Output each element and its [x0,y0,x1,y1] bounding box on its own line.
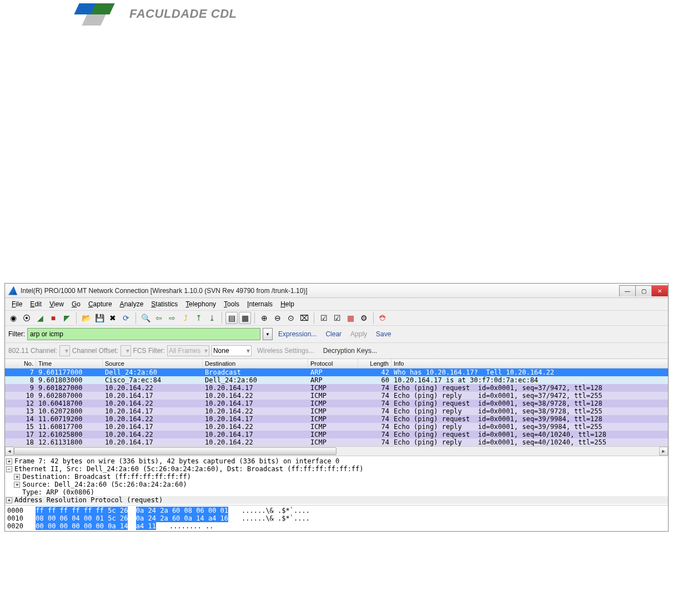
scroll-right-icon[interactable]: ► [659,447,668,456]
autoscroll-icon[interactable]: ▦ [239,312,251,324]
col-header-len[interactable]: Length [358,359,391,368]
start-capture-icon[interactable]: ◢ [34,312,46,324]
prefs-icon[interactable]: ⚙ [358,312,370,324]
go-last-icon[interactable]: ⤓ [206,312,218,324]
restart-capture-icon[interactable]: ◤ [61,312,73,324]
detail-eth[interactable]: Ethernet II, Src: Dell_24:2a:60 (5c:26:0… [14,465,364,473]
col-header-no[interactable]: No. [5,359,36,368]
packet-row[interactable]: 1712.6102580010.20.164.2210.20.164.17ICM… [5,431,668,438]
wireshark-icon [8,286,17,295]
packet-row[interactable]: 109.60280700010.20.164.1710.20.164.22ICM… [5,392,668,400]
go-forward-icon[interactable]: ⇨ [166,312,178,324]
detail-frame[interactable]: Frame 7: 42 bytes on wire (336 bits), 42… [14,457,339,465]
filter-input[interactable] [27,328,260,340]
find-icon[interactable]: 🔍 [139,312,152,324]
packet-row[interactable]: 1310.6207280010.20.164.1710.20.164.22ICM… [5,407,668,415]
cell: 10.20.164.22 [203,438,308,446]
menu-edit[interactable]: Edit [27,299,45,309]
options-icon[interactable]: ⦿ [21,312,33,324]
col-header-prot[interactable]: Protocol [308,359,358,368]
capture-filters-icon[interactable]: ☑ [318,312,330,324]
scroll-left-icon[interactable]: ◄ [5,447,14,456]
decryption-keys-button[interactable]: Decryption Keys... [320,347,380,355]
go-first-icon[interactable]: ⤒ [193,312,205,324]
fcs-combo[interactable]: All Frames ▾ [167,345,209,356]
packet-list[interactable]: No. Time Source Destination Protocol Len… [5,359,668,446]
expand-icon[interactable]: + [14,482,20,488]
maximize-button[interactable]: ▢ [635,285,652,296]
expand-icon[interactable]: + [14,474,20,480]
go-to-icon[interactable]: ⤴ [179,312,192,324]
filter-dropdown-icon[interactable]: ▼ [263,328,273,340]
display-filters-icon[interactable]: ☑ [331,312,343,324]
coloring-rules-icon[interactable]: ▦ [344,312,356,324]
zoom-out-icon[interactable]: ⊖ [272,312,284,324]
collapse-icon[interactable]: − [6,466,12,472]
col-header-src[interactable]: Source [103,359,203,368]
detail-src[interactable]: Source: Dell_24:2a:60 (5c:26:0a:24:2a:60… [22,481,187,488]
hex-row[interactable]: 0010 08 00 06 04 00 01 5c 26 0a 24 2a 60… [7,514,666,522]
wireless-settings-button[interactable]: Wireless Settings... [254,347,318,355]
interfaces-icon[interactable]: ◉ [7,312,19,324]
apply-button[interactable]: Apply [347,330,370,338]
colorize-icon[interactable]: ▤ [225,312,238,324]
packet-list-header[interactable]: No. Time Source Destination Protocol Len… [5,359,668,368]
channel-label: 802.11 Channel: [8,347,57,355]
zoom-reset-icon[interactable]: ⊙ [285,312,297,324]
minimize-button[interactable]: — [619,285,636,296]
cell: 10 [5,392,36,400]
clear-button[interactable]: Clear [322,330,345,338]
open-icon[interactable]: 📂 [80,312,92,324]
offset-combo[interactable]: ▾ [120,345,131,356]
detail-arp[interactable]: Address Resolution Protocol (request) [14,496,163,504]
menu-capture[interactable]: Capture [85,299,115,309]
cell: Echo (ping) request id=0x0001, seq=38/97… [391,400,668,407]
col-header-info[interactable]: Info [391,359,668,368]
close-file-icon[interactable]: ✖ [107,312,119,324]
cell: 14 [5,415,36,423]
packet-row[interactable]: 99.60182700010.20.164.2210.20.164.17ICMP… [5,384,668,392]
menu-file[interactable]: File [8,299,26,309]
menu-help[interactable]: Help [277,299,298,309]
save-filter-button[interactable]: Save [373,330,394,338]
menu-view[interactable]: View [46,299,67,309]
packet-row[interactable]: 89.601803000Cisco_7a:ec:84Dell_24:2a:60A… [5,376,668,384]
menu-go[interactable]: Go [68,299,84,309]
expand-icon[interactable]: + [6,458,12,464]
menu-statistics[interactable]: Statistics [148,299,181,309]
menu-internals[interactable]: Internals [244,299,276,309]
packet-details[interactable]: +Frame 7: 42 bytes on wire (336 bits), 4… [5,456,668,506]
packet-bytes[interactable]: 0000 ff ff ff ff ff ff 5c 26 0a 24 2a 60… [5,506,668,531]
titlebar[interactable]: Intel(R) PRO/1000 MT Network Connection … [5,284,668,298]
decrypt-combo[interactable]: None▾ [212,345,252,356]
hex-row[interactable]: 0000 ff ff ff ff ff ff 5c 26 0a 24 2a 60… [7,507,666,514]
packet-row[interactable]: 1210.6041870010.20.164.2210.20.164.17ICM… [5,400,668,407]
reload-icon[interactable]: ⟳ [120,312,132,324]
packet-row[interactable]: 79.601177000Dell_24:2a:60BroadcastARP42W… [5,368,668,376]
help-icon[interactable]: ⛑ [377,312,389,324]
expand-icon[interactable]: + [6,497,12,503]
stop-capture-icon[interactable]: ■ [47,312,59,324]
cell: 10.20.164.17 is at 30:f7:0d:7a:ec:84 [391,376,668,384]
col-header-dst[interactable]: Destination [203,359,308,368]
detail-type[interactable]: Type: ARP (0x0806) [22,488,94,496]
packet-row[interactable]: 1411.6071920010.20.164.2210.20.164.17ICM… [5,415,668,423]
scroll-thumb[interactable] [14,447,336,455]
menu-analyze[interactable]: Analyze [117,299,147,309]
cell: ICMP [308,431,358,438]
col-header-time[interactable]: Time [36,359,103,368]
hex-row[interactable]: 0020 00 00 00 00 00 00 0a 14 a4 11......… [7,522,666,530]
close-button[interactable]: ✕ [651,285,668,296]
packet-list-hscroll[interactable]: ◄ ► [5,446,668,456]
packet-row[interactable]: 1511.6081770010.20.164.1710.20.164.22ICM… [5,423,668,431]
zoom-in-icon[interactable]: ⊕ [258,312,270,324]
expression-button[interactable]: Expression... [275,330,320,338]
packet-row[interactable]: 1812.6113180010.20.164.1710.20.164.22ICM… [5,438,668,446]
menu-telephony[interactable]: Telephony [182,299,219,309]
menu-tools[interactable]: Tools [220,299,243,309]
detail-dst[interactable]: Destination: Broadcast (ff:ff:ff:ff:ff:f… [22,473,190,481]
go-back-icon[interactable]: ⇦ [153,312,165,324]
save-icon[interactable]: 💾 [93,312,106,324]
resize-cols-icon[interactable]: ⌧ [298,312,310,324]
channel-combo[interactable]: ▾ [59,345,70,356]
